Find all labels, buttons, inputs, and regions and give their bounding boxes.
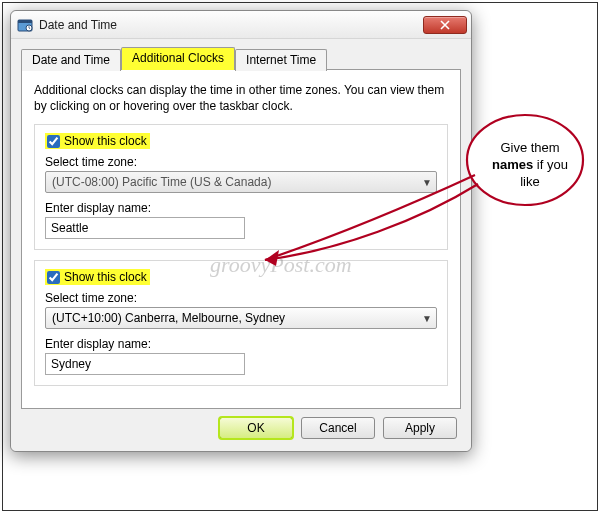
- clock-2-show-row: Show this clock: [45, 269, 437, 285]
- clock-1-timezone-value: (UTC-08:00) Pacific Time (US & Canada): [52, 175, 271, 189]
- date-and-time-dialog: Date and Time Date and Time Additional C…: [10, 10, 472, 452]
- annotation-text: Give them names if you like: [486, 140, 574, 191]
- clock-2-timezone-value: (UTC+10:00) Canberra, Melbourne, Sydney: [52, 311, 285, 325]
- tab-panel-additional-clocks: Additional clocks can display the time i…: [21, 69, 461, 409]
- clock-1-name-label: Enter display name:: [45, 201, 437, 215]
- window-title: Date and Time: [39, 18, 117, 32]
- svg-rect-1: [18, 20, 32, 23]
- clock-1-show-checkbox[interactable]: [47, 135, 60, 148]
- date-time-appicon: [17, 17, 33, 33]
- clock-2-tz-label: Select time zone:: [45, 291, 437, 305]
- tabstrip: Date and Time Additional Clocks Internet…: [21, 47, 461, 70]
- apply-button[interactable]: Apply: [383, 417, 457, 439]
- close-button[interactable]: [423, 16, 467, 34]
- clock-2-show-label: Show this clock: [64, 270, 147, 284]
- tab-date-and-time[interactable]: Date and Time: [21, 49, 121, 71]
- clock-2-show-checkbox[interactable]: [47, 271, 60, 284]
- clock-1-timezone-select[interactable]: (UTC-08:00) Pacific Time (US & Canada) ▼: [45, 171, 437, 193]
- close-icon: [440, 20, 450, 30]
- chevron-down-icon: ▼: [422, 177, 432, 188]
- ok-button[interactable]: OK: [219, 417, 293, 439]
- clock-1-show-row: Show this clock: [45, 133, 437, 149]
- clock-1-show-label: Show this clock: [64, 134, 147, 148]
- clock-1-display-name-input[interactable]: [45, 217, 245, 239]
- tab-additional-clocks[interactable]: Additional Clocks: [121, 47, 235, 70]
- cancel-button[interactable]: Cancel: [301, 417, 375, 439]
- clock-1-group: Show this clock Select time zone: (UTC-0…: [34, 124, 448, 250]
- dialog-body: Date and Time Additional Clocks Internet…: [11, 39, 471, 451]
- chevron-down-icon: ▼: [422, 313, 432, 324]
- clock-2-name-label: Enter display name:: [45, 337, 437, 351]
- clock-1-tz-label: Select time zone:: [45, 155, 437, 169]
- clock-2-timezone-select[interactable]: (UTC+10:00) Canberra, Melbourne, Sydney …: [45, 307, 437, 329]
- tab-internet-time[interactable]: Internet Time: [235, 49, 327, 71]
- panel-description: Additional clocks can display the time i…: [34, 82, 448, 114]
- clock-2-group: Show this clock Select time zone: (UTC+1…: [34, 260, 448, 386]
- dialog-button-row: OK Cancel Apply: [21, 409, 461, 443]
- titlebar: Date and Time: [11, 11, 471, 39]
- svg-point-3: [467, 115, 583, 205]
- clock-2-display-name-input[interactable]: [45, 353, 245, 375]
